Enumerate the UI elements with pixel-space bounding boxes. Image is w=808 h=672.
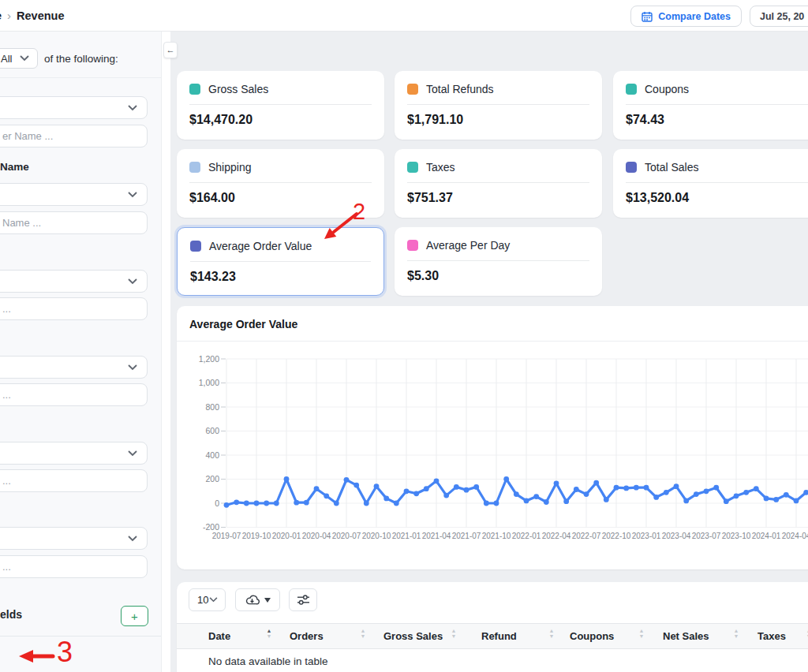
data-point[interactable] [443, 493, 449, 498]
sort-icon[interactable]: ▲▼ [548, 629, 556, 639]
data-point[interactable] [224, 502, 230, 508]
metric-card[interactable]: Shipping$164.00 [177, 149, 384, 218]
data-point[interactable] [533, 494, 539, 499]
data-point[interactable] [704, 488, 709, 494]
column-header-net-sales[interactable]: Net Sales [663, 630, 709, 642]
column-header-orders[interactable]: Orders [290, 630, 324, 642]
data-point[interactable] [254, 501, 260, 506]
column-header-date[interactable]: Date [208, 630, 230, 642]
page-size-select[interactable]: 10 [189, 588, 226, 611]
sort-icon[interactable]: ▲▼ [265, 629, 273, 639]
data-point[interactable] [354, 483, 359, 488]
metric-card[interactable]: Average Per Day$5.30 [395, 227, 602, 296]
data-point[interactable] [374, 483, 380, 489]
filter-select-1[interactable] [0, 96, 148, 119]
data-point[interactable] [464, 487, 469, 493]
column-header-coupons[interactable]: Coupons [570, 630, 614, 642]
filter-select-3[interactable] [0, 270, 148, 293]
column-header-gross-sales[interactable]: Gross Sales [383, 630, 443, 642]
data-point[interactable] [434, 478, 440, 483]
data-point[interactable] [773, 497, 779, 502]
data-point[interactable] [334, 501, 339, 506]
data-point[interactable] [754, 486, 759, 491]
metric-card[interactable]: Total Refunds$1,791.10 [395, 71, 602, 140]
export-button[interactable] [235, 588, 280, 611]
data-point[interactable] [274, 501, 279, 506]
sort-icon[interactable]: ▲▼ [638, 629, 645, 639]
add-field-button[interactable]: + [121, 606, 148, 626]
sort-icon[interactable]: ▲▼ [732, 629, 740, 639]
data-point[interactable] [674, 483, 679, 489]
data-point[interactable] [614, 485, 619, 491]
filter-input-5[interactable] [0, 469, 148, 492]
data-point[interactable] [584, 491, 589, 497]
data-point[interactable] [314, 486, 320, 491]
data-point[interactable] [604, 497, 609, 502]
data-point[interactable] [653, 495, 659, 500]
data-point[interactable] [484, 501, 489, 506]
date-range-input[interactable]: Jul 25, 20 [750, 6, 808, 27]
metric-card[interactable]: Coupons$74.43 [613, 71, 808, 140]
data-point[interactable] [494, 501, 499, 506]
data-point[interactable] [413, 491, 419, 496]
data-point[interactable] [503, 476, 509, 482]
metric-card[interactable]: Gross Sales$14,470.20 [177, 71, 384, 140]
filter-select-2[interactable] [0, 183, 148, 206]
data-point[interactable] [644, 485, 649, 491]
data-point[interactable] [694, 491, 699, 497]
data-point[interactable] [554, 480, 559, 486]
sort-icon[interactable]: ▲▼ [450, 629, 458, 639]
sort-icon[interactable]: ▲▼ [359, 629, 367, 639]
data-point[interactable] [364, 501, 369, 506]
data-point[interactable] [324, 493, 329, 498]
data-point[interactable] [394, 501, 399, 506]
filter-input-3[interactable] [0, 297, 148, 320]
data-point[interactable] [264, 501, 269, 506]
data-point[interactable] [743, 490, 749, 495]
data-point[interactable] [234, 499, 239, 505]
data-point[interactable] [784, 492, 789, 498]
data-point[interactable] [683, 498, 689, 504]
metric-card[interactable]: Average Order Value$143.23 [177, 227, 384, 296]
data-point[interactable] [634, 485, 639, 491]
filter-input-1[interactable] [0, 125, 148, 147]
data-point[interactable] [454, 484, 459, 490]
metric-card[interactable]: Taxes$751.37 [395, 149, 602, 218]
sort-icon[interactable]: ▲▼ [805, 629, 808, 639]
data-point[interactable] [563, 498, 569, 504]
data-point[interactable] [244, 501, 249, 506]
breadcrumb-prefix[interactable]: e [0, 9, 2, 22]
data-point[interactable] [524, 498, 529, 504]
data-point[interactable] [764, 496, 769, 502]
data-point[interactable] [294, 500, 299, 506]
compare-dates-button[interactable]: Compare Dates [630, 6, 742, 27]
filter-select-6[interactable] [0, 527, 148, 550]
data-point[interactable] [304, 500, 309, 506]
data-point[interactable] [623, 486, 629, 491]
data-point[interactable] [284, 476, 290, 482]
data-point[interactable] [344, 477, 350, 483]
filter-select-4[interactable] [0, 356, 148, 379]
data-point[interactable] [383, 496, 389, 502]
data-point[interactable] [404, 488, 410, 494]
data-point[interactable] [424, 486, 429, 491]
match-type-select[interactable]: All [0, 48, 38, 69]
column-settings-button[interactable] [289, 588, 317, 611]
data-point[interactable] [574, 487, 579, 492]
column-header-refund[interactable]: Refund [481, 630, 517, 642]
sidebar-collapse-button[interactable]: ← [163, 42, 178, 58]
filter-select-5[interactable] [0, 442, 148, 465]
data-point[interactable] [724, 498, 729, 504]
data-point[interactable] [514, 491, 519, 497]
data-point[interactable] [664, 490, 669, 495]
metric-card[interactable]: Total Sales$13,520.04 [613, 149, 808, 218]
data-point[interactable] [734, 493, 739, 498]
filter-input-4[interactable] [0, 383, 148, 406]
sidebar-scrollbar[interactable] [161, 32, 170, 672]
data-point[interactable] [544, 499, 549, 505]
data-point[interactable] [593, 480, 599, 486]
data-point[interactable] [794, 498, 799, 504]
data-point[interactable] [713, 485, 719, 491]
filter-input-2[interactable] [0, 211, 148, 234]
data-point[interactable] [473, 484, 479, 490]
